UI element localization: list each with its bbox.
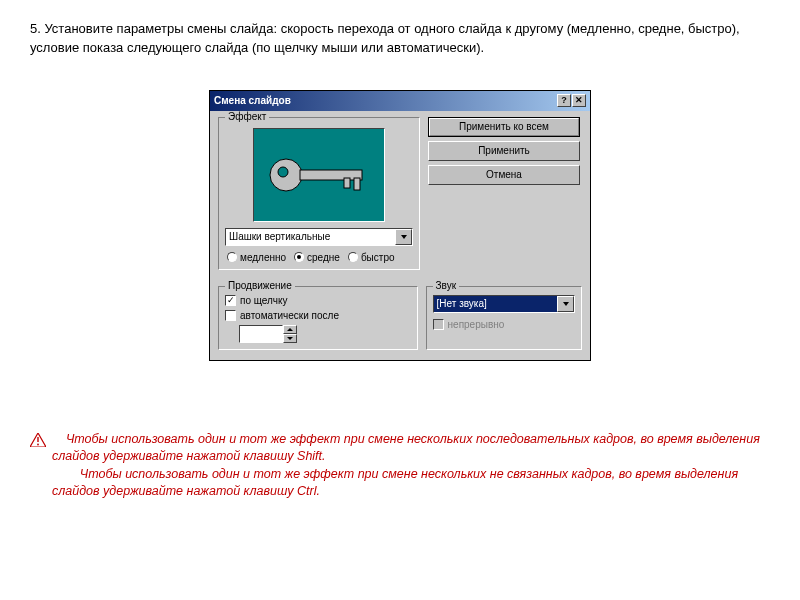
apply-all-button[interactable]: Применить ко всем [428,117,580,137]
speed-medium-radio[interactable]: средне [294,252,340,263]
advance-group: Продвижение ✓ по щелчку автоматически по… [218,286,418,350]
spin-up[interactable] [283,325,297,334]
slide-transition-dialog: Смена слайдов ? ✕ Эффект [209,90,591,361]
sound-group: Звук [Нет звука] непрерывно [426,286,582,350]
close-button[interactable]: ✕ [572,94,586,107]
note-p2: Чтобы использовать один и тот же эффект … [52,467,738,499]
speed-slow-radio[interactable]: медленно [227,252,286,263]
apply-button[interactable]: Применить [428,141,580,161]
checkbox-icon: ✓ [225,295,236,306]
dialog-title: Смена слайдов [214,95,291,106]
key-icon [266,150,372,200]
cancel-button[interactable]: Отмена [428,165,580,185]
auto-after-spinner[interactable] [239,325,297,343]
sound-value: [Нет звука] [434,296,557,312]
help-button[interactable]: ? [557,94,571,107]
auto-after-checkbox[interactable]: автоматически после [225,310,411,321]
dropdown-button[interactable] [395,229,412,245]
effect-combobox[interactable]: Шашки вертикальные [225,228,413,246]
chevron-down-icon [401,235,407,239]
loop-checkbox: непрерывно [433,319,575,330]
checkbox-icon [433,319,444,330]
svg-point-7 [37,443,39,445]
sound-combobox[interactable]: [Нет звука] [433,295,575,313]
effect-value: Шашки вертикальные [226,229,395,245]
svg-rect-2 [300,170,362,180]
spin-down[interactable] [283,334,297,343]
svg-rect-4 [354,178,360,190]
svg-point-1 [278,167,288,177]
effect-preview [253,128,385,222]
chevron-down-icon [563,302,569,306]
checkbox-icon [225,310,236,321]
speed-fast-radio[interactable]: быстро [348,252,395,263]
titlebar[interactable]: Смена слайдов ? ✕ [210,91,590,111]
on-click-checkbox[interactable]: ✓ по щелчку [225,295,411,306]
effect-legend: Эффект [225,111,269,122]
svg-rect-3 [344,178,350,188]
sound-legend: Звук [433,280,460,291]
note-p1: Чтобы использовать один и тот же эффект … [52,432,760,464]
dropdown-button[interactable] [557,296,574,312]
warning-icon [30,433,46,447]
effect-group: Эффект Шашки в [218,117,420,270]
instruction-text: 5. Установите параметры смены слайда: ск… [30,20,770,58]
warning-note: Чтобы использовать один и тот же эффект … [30,431,770,501]
advance-legend: Продвижение [225,280,295,291]
